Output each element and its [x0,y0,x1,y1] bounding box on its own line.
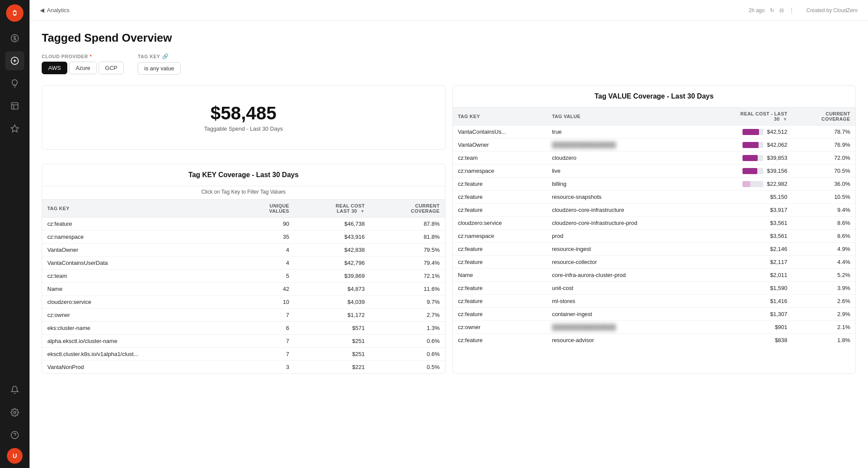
table-row[interactable]: cloudzero:service 10 $4,039 9.7% [42,296,445,309]
cell-unique-values: 7 [236,309,294,322]
table-row[interactable]: cz:feature resource-snapshots $5,150 10.… [453,191,856,204]
cell-real-cost: $2,011 [700,269,792,282]
cell-real-cost: $3,561 [700,230,792,243]
table-row[interactable]: cz:feature resource-advisor $838 1.8% [453,334,856,347]
table-row[interactable]: cz:namespace prod $3,561 8.6% [453,230,856,243]
refresh-icon[interactable]: ↻ [770,7,774,13]
sidebar-item-integrations[interactable] [5,119,24,138]
sidebar-item-help[interactable] [5,425,24,445]
user-avatar[interactable]: U [7,448,23,464]
cell-coverage: 5.2% [792,269,855,282]
more-options-icon[interactable]: ⋮ [789,7,794,13]
sidebar-item-alerts[interactable] [5,380,24,399]
table-row[interactable]: cz:feature unit-cost $1,590 3.9% [453,282,856,295]
provider-aws-button[interactable]: AWS [42,62,67,74]
cell-coverage: 10.5% [792,191,855,204]
cell-tag-key: cz:feature [453,334,547,347]
cell-real-cost: $3,917 [700,204,792,217]
breadcrumb-label[interactable]: Analytics [47,7,69,13]
cell-tag-value: resource-ingest [547,243,700,256]
col-real-cost[interactable]: REAL COSTLAST 30 ▼ [294,200,370,218]
cell-tag-key: Name [453,269,547,282]
table-row[interactable]: Name core-infra-aurora-cluster-prod $2,0… [453,269,856,282]
cell-tag-key: cloudzero:service [42,296,236,309]
cell-tag-value: resource-snapshots [547,191,700,204]
provider-buttons: AWS Azure GCP [42,62,124,74]
table-row[interactable]: cz:feature resource-collector $2,117 4.4… [453,256,856,269]
cell-coverage: 78.7% [792,125,855,138]
cell-tag-key: VantaOwner [42,244,236,257]
cell-real-cost: $43,916 [294,231,370,244]
cell-tag-key: cz:feature [453,243,547,256]
table-row[interactable]: cz:feature billing $22,982 36.0% [453,178,856,191]
cell-tag-key: alpha.eksctl.io/cluster-name [42,335,236,348]
provider-azure-button[interactable]: Azure [69,62,97,74]
back-arrow-icon: ◀ [40,7,44,13]
table-row[interactable]: VantaOwner 4 $42,838 79.5% [42,244,445,257]
table-row[interactable]: cz:owner ████████████████ $901 2.1% [453,321,856,334]
cell-tag-value: ████████████████ [547,138,700,152]
cell-tag-value: true [547,125,700,138]
table-row[interactable]: cloudzero:service cloudzero-core-infrast… [453,217,856,230]
table-row[interactable]: cz:team 5 $39,869 72.1% [42,270,445,283]
cell-real-cost: $46,738 [294,218,370,231]
table-row[interactable]: eksctl.cluster.k8s.io/v1alpha1/clust... … [42,348,445,361]
filter-icon[interactable]: ⊟ [779,7,784,13]
main-content: ◀ Analytics 2h ago ↻ ⊟ ⋮ Created by Clou… [30,0,868,468]
cell-real-cost: $2,146 [700,243,792,256]
cell-coverage: 36.0% [792,178,855,191]
cell-tag-value: live [547,165,700,178]
cell-real-cost: $4,873 [294,283,370,296]
cell-tag-value: ml-stores [547,295,700,308]
table-row[interactable]: cz:feature cloudzero-core-infrastructure… [453,204,856,217]
provider-gcp-button[interactable]: GCP [99,62,124,74]
table-row[interactable]: VantaOwner ████████████████ $42,062 76.9… [453,138,856,152]
cell-coverage: 9.4% [792,204,855,217]
sidebar-item-analytics[interactable] [5,51,24,70]
svg-rect-4 [12,103,18,109]
sidebar-item-reports[interactable] [5,96,24,115]
cell-real-cost: $42,838 [294,244,370,257]
cell-real-cost: $5,150 [700,191,792,204]
sidebar-item-cost[interactable] [5,29,24,48]
credit-label: Created by CloudZero [806,7,858,13]
table-row[interactable]: cz:owner 7 $1,172 2.7% [42,309,445,322]
table-row[interactable]: cz:namespace 35 $43,916 81.8% [42,231,445,244]
cell-coverage: 81.8% [370,231,445,244]
cell-unique-values: 10 [236,296,294,309]
cell-tag-key: cz:namespace [453,165,547,178]
tag-key-label: TAG KEY 🔗 [138,53,181,59]
col-tv-real-cost[interactable]: REAL COST - LAST30 ▼ [700,108,792,125]
cell-coverage: 4.9% [792,243,855,256]
col-tv-tag-key: TAG KEY [453,108,547,125]
cell-tag-key: eks:cluster-name [42,322,236,335]
table-row[interactable]: VantaContainsUs... true $42,512 78.7% [453,125,856,138]
tag-key-value[interactable]: is any value [138,62,181,75]
app-logo[interactable] [6,4,23,22]
table-row[interactable]: cz:feature container-ingest $1,307 2.9% [453,308,856,321]
table-row[interactable]: cz:feature resource-ingest $2,146 4.9% [453,243,856,256]
cell-coverage: 9.7% [370,296,445,309]
table-row[interactable]: Name 42 $4,873 11.6% [42,283,445,296]
table-row[interactable]: VantaNonProd 3 $221 0.5% [42,361,445,374]
cell-coverage: 72.1% [370,270,445,283]
cell-coverage: 2.1% [792,321,855,334]
table-row[interactable]: alpha.eksctl.io/cluster-name 7 $251 0.6% [42,335,445,348]
page-title: Tagged Spend Overview [42,31,856,45]
blurred-value: ████████████████ [552,142,616,148]
cell-tag-key: cz:owner [42,309,236,322]
breadcrumb: ◀ Analytics [40,7,69,13]
cell-unique-values: 6 [236,322,294,335]
cell-real-cost: $838 [700,334,792,347]
sidebar-item-insights[interactable] [5,74,24,93]
table-row[interactable]: cz:namespace live $39,156 70.5% [453,165,856,178]
table-row[interactable]: VantaContainsUserData 4 $42,796 79.4% [42,257,445,270]
col-current-coverage: CURRENTCOVERAGE [370,200,445,218]
table-row[interactable]: eks:cluster-name 6 $571 1.3% [42,322,445,335]
table-row[interactable]: cz:feature ml-stores $1,416 2.6% [453,295,856,308]
table-row[interactable]: cz:feature 90 $46,738 87.8% [42,218,445,231]
cell-tag-key: cz:owner [453,321,547,334]
table-row[interactable]: cz:team cloudzero $39,853 72.0% [453,152,856,165]
cell-real-cost: $4,039 [294,296,370,309]
sidebar-item-settings[interactable] [5,403,24,422]
